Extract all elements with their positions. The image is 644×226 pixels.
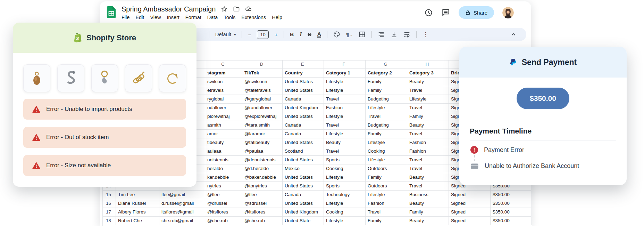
cell[interactable]: @explorewithaj bbox=[242, 112, 283, 121]
cell[interactable]: Mexico bbox=[283, 164, 324, 173]
column-header-D[interactable]: D bbox=[242, 60, 283, 69]
cell[interactable]: Category 3 bbox=[407, 69, 449, 78]
cell[interactable]: Category 1 bbox=[324, 69, 366, 78]
cell[interactable]: @randallover bbox=[242, 104, 283, 112]
cell[interactable]: Lifestyle bbox=[324, 199, 366, 208]
cell[interactable]: @laramor bbox=[242, 130, 283, 138]
menu-item-insert[interactable]: Insert bbox=[167, 15, 179, 20]
column-header-E[interactable]: E bbox=[283, 60, 324, 69]
column-header-H[interactable]: H bbox=[407, 60, 449, 69]
cell[interactable]: Family bbox=[407, 112, 449, 121]
cell[interactable]: Budgeting bbox=[366, 121, 407, 130]
cell[interactable]: United States bbox=[283, 173, 324, 182]
text-rotation-button[interactable]: ¶→ bbox=[346, 32, 353, 38]
product-image-4[interactable] bbox=[125, 64, 152, 92]
google-sheets-icon[interactable] bbox=[107, 6, 116, 18]
cell[interactable]: United States bbox=[283, 138, 324, 147]
cell[interactable]: amor bbox=[205, 130, 242, 138]
decrease-font-size-button[interactable]: − bbox=[248, 32, 251, 38]
cell[interactable]: @tatibeauty bbox=[242, 138, 283, 147]
borders-button[interactable] bbox=[359, 31, 366, 38]
cell[interactable]: @che.rob bbox=[205, 217, 242, 225]
italic-button[interactable]: I bbox=[300, 31, 302, 38]
cell[interactable]: Outdoors bbox=[366, 164, 407, 173]
cell[interactable]: Beauty bbox=[407, 121, 449, 130]
vertical-align-button[interactable] bbox=[391, 31, 398, 38]
product-image-5[interactable] bbox=[159, 64, 186, 92]
cell[interactable]: ndallover bbox=[205, 104, 242, 112]
cell[interactable]: Lifestyle bbox=[324, 217, 366, 225]
cell[interactable]: Cooking bbox=[324, 164, 366, 173]
fill-color-button[interactable] bbox=[333, 31, 340, 38]
cell[interactable]: @itsflores bbox=[242, 208, 283, 217]
cell[interactable]: Technology bbox=[324, 191, 366, 199]
column-header-C[interactable]: C bbox=[205, 60, 242, 69]
strikethrough-button[interactable]: S bbox=[308, 31, 311, 38]
cell[interactable]: che.rob@gmail bbox=[159, 217, 205, 225]
cell[interactable]: Signed bbox=[449, 199, 491, 208]
cell[interactable]: Travel bbox=[407, 182, 449, 191]
cell[interactable]: tlee@gmail bbox=[159, 191, 205, 199]
product-image-3[interactable] bbox=[91, 64, 118, 92]
cell[interactable]: Robert Che bbox=[116, 217, 159, 225]
cell[interactable]: Signed bbox=[449, 191, 491, 199]
cell[interactable]: United States bbox=[283, 156, 324, 164]
cell[interactable]: Travel bbox=[324, 121, 366, 130]
product-image-1[interactable] bbox=[23, 64, 50, 92]
cell[interactable]: heraldo bbox=[205, 164, 242, 173]
cell[interactable]: Category 2 bbox=[366, 69, 407, 78]
font-size-input[interactable]: 10 bbox=[257, 30, 269, 39]
star-icon[interactable] bbox=[221, 6, 228, 13]
row-header-18[interactable]: 18 bbox=[103, 217, 116, 225]
cell[interactable]: Beauty bbox=[407, 173, 449, 182]
cell[interactable]: Lifestyle bbox=[324, 78, 366, 86]
cell[interactable]: @paulaa bbox=[242, 147, 283, 156]
cell[interactable]: $350.00 bbox=[491, 199, 532, 208]
cell[interactable]: Travel bbox=[407, 156, 449, 164]
cell[interactable]: asmith bbox=[205, 121, 242, 130]
row-header-17[interactable]: 17 bbox=[103, 208, 116, 217]
increase-font-size-button[interactable]: + bbox=[275, 32, 278, 38]
cell[interactable]: ryglobal bbox=[205, 95, 242, 104]
more-options-icon[interactable]: ⋮ bbox=[423, 31, 428, 38]
cell[interactable]: Canada bbox=[283, 191, 324, 199]
cell[interactable]: Family bbox=[366, 78, 407, 86]
move-folder-icon[interactable] bbox=[233, 6, 240, 13]
cell[interactable]: Travel bbox=[407, 104, 449, 112]
cell[interactable]: TikTok bbox=[242, 69, 283, 78]
cell[interactable]: d.russel@gmail bbox=[159, 199, 205, 208]
cell[interactable]: United States bbox=[283, 78, 324, 86]
cell[interactable]: Canada bbox=[283, 121, 324, 130]
cell[interactable]: @tlee bbox=[242, 191, 283, 199]
cell[interactable]: Signed bbox=[449, 217, 491, 225]
payment-amount-button[interactable]: $350.00 bbox=[517, 88, 569, 109]
cell[interactable]: Fashion bbox=[324, 104, 366, 112]
cell[interactable]: Lifestyle bbox=[366, 156, 407, 164]
cell[interactable]: Travel bbox=[407, 130, 449, 138]
cell[interactable]: United States bbox=[283, 112, 324, 121]
cell[interactable]: @garyglobal bbox=[242, 95, 283, 104]
cell[interactable]: Diane Russel bbox=[116, 199, 159, 208]
cell[interactable]: etravels bbox=[205, 86, 242, 95]
cell[interactable]: Fashion bbox=[407, 147, 449, 156]
cell[interactable]: Lifestyle bbox=[324, 86, 366, 95]
cell[interactable]: @tara.smith bbox=[242, 121, 283, 130]
cell[interactable]: Lifestyle bbox=[324, 173, 366, 182]
cell[interactable]: United Kingdom bbox=[283, 104, 324, 112]
cell[interactable]: Canada bbox=[283, 130, 324, 138]
cell[interactable]: @itsflores bbox=[205, 208, 242, 217]
cell[interactable]: Lifestyle bbox=[366, 138, 407, 147]
cell[interactable]: United Kingdom bbox=[283, 208, 324, 217]
text-wrap-button[interactable] bbox=[403, 31, 410, 38]
collapse-toolbar-icon[interactable] bbox=[510, 31, 517, 38]
cell[interactable]: United States bbox=[283, 182, 324, 191]
cell[interactable]: nytries bbox=[205, 182, 242, 191]
cell[interactable]: swilson bbox=[205, 78, 242, 86]
cell[interactable]: @baker.debbie bbox=[242, 173, 283, 182]
cell[interactable]: United State bbox=[283, 217, 324, 225]
column-header-G[interactable]: G bbox=[366, 60, 407, 69]
cell[interactable]: Sports bbox=[324, 156, 366, 164]
font-style-dropdown[interactable]: Default ▾ bbox=[215, 32, 236, 37]
menu-item-format[interactable]: Format bbox=[185, 15, 201, 20]
cell[interactable]: Family bbox=[407, 208, 449, 217]
